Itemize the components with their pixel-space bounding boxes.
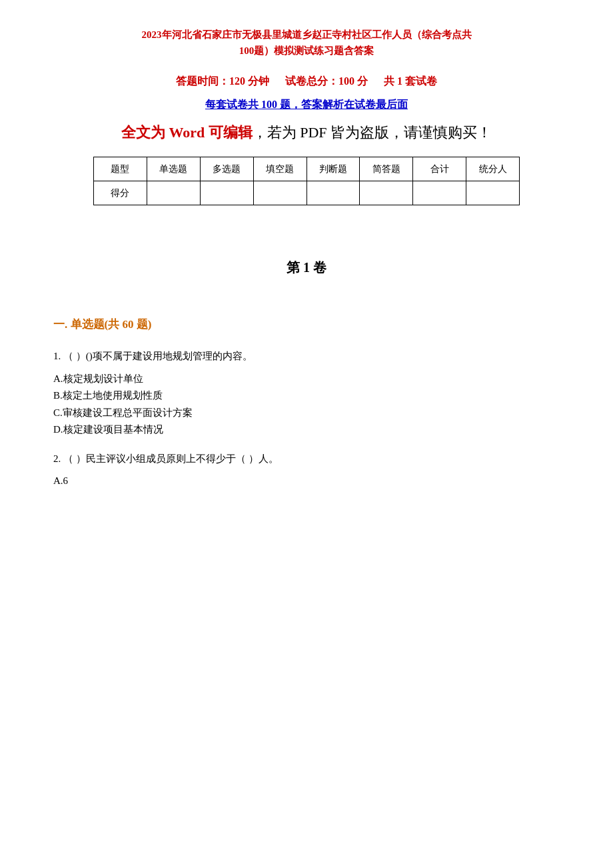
total-score-label: 试卷总分：100 分	[285, 75, 368, 87]
question-2-number: 2.	[53, 453, 61, 464]
score-judge	[306, 181, 360, 205]
score-total	[413, 181, 466, 205]
question-1-option-a: A.核定规划设计单位	[53, 371, 560, 388]
score-single	[147, 181, 200, 205]
col-header-single: 单选题	[147, 157, 200, 181]
question-1-number: 1.	[53, 351, 61, 361]
col-header-scorer: 统分人	[466, 157, 520, 181]
question-1-option-d: D.核定建设项目基本情况	[53, 421, 560, 439]
score-multi	[200, 181, 253, 205]
warning-part1: 全文为 Word 可编辑	[121, 124, 253, 141]
score-scorer	[466, 181, 520, 205]
question-1: 1. （ ）()项不属于建设用地规划管理的内容。 A.核定规划设计单位 B.核定…	[53, 348, 560, 439]
question-1-option-c: C.审核建设工程总平面设计方案	[53, 405, 560, 422]
question-2-text: 2. （ ）民主评议小组成员原则上不得少于（ ）人。	[53, 451, 560, 468]
section-title: 一. 单选题(共 60 题)	[53, 317, 560, 332]
table-score-row: 得分	[94, 181, 520, 205]
table-header-row: 题型 单选题 多选题 填空题 判断题 简答题 合计 统分人	[94, 157, 520, 181]
warning-line: 全文为 Word 可编辑，若为 PDF 皆为盗版，请谨慎购买！	[53, 121, 560, 143]
score-table: 题型 单选题 多选题 填空题 判断题 简答题 合计 统分人 得分	[93, 157, 520, 205]
score-fill	[253, 181, 306, 205]
question-1-content: （ ）()项不属于建设用地规划管理的内容。	[63, 351, 253, 361]
sets-label: 共 1 套试卷	[384, 75, 437, 87]
question-1-text: 1. （ ）()项不属于建设用地规划管理的内容。	[53, 348, 560, 365]
time-label: 答题时间：120 分钟	[176, 75, 269, 87]
title-line2: 100题）模拟测试练习题含答案	[53, 43, 560, 59]
score-short	[360, 181, 413, 205]
exam-info: 答题时间：120 分钟 试卷总分：100 分 共 1 套试卷	[53, 75, 560, 89]
score-label: 得分	[94, 181, 147, 205]
col-header-fill: 填空题	[253, 157, 306, 181]
col-header-total: 合计	[413, 157, 466, 181]
volume-heading: 第 1 卷	[53, 259, 560, 277]
warning-part2: ，若为 PDF 皆为盗版，请谨慎购买！	[253, 124, 492, 141]
page-title: 2023年河北省石家庄市无极县里城道乡赵正寺村社区工作人员（综合考点共 100题…	[53, 27, 560, 59]
col-header-multi: 多选题	[200, 157, 253, 181]
title-line1: 2023年河北省石家庄市无极县里城道乡赵正寺村社区工作人员（综合考点共	[53, 27, 560, 43]
col-header-judge: 判断题	[306, 157, 360, 181]
question-1-option-b: B.核定土地使用规划性质	[53, 387, 560, 405]
col-header-type: 题型	[94, 157, 147, 181]
question-2: 2. （ ）民主评议小组成员原则上不得少于（ ）人。 A.6	[53, 451, 560, 490]
question-2-content: （ ）民主评议小组成员原则上不得少于（ ）人。	[63, 453, 279, 464]
highlight-line: 每套试卷共 100 题，答案解析在试卷最后面	[53, 98, 560, 112]
col-header-short: 简答题	[360, 157, 413, 181]
question-2-option-a: A.6	[53, 473, 560, 490]
